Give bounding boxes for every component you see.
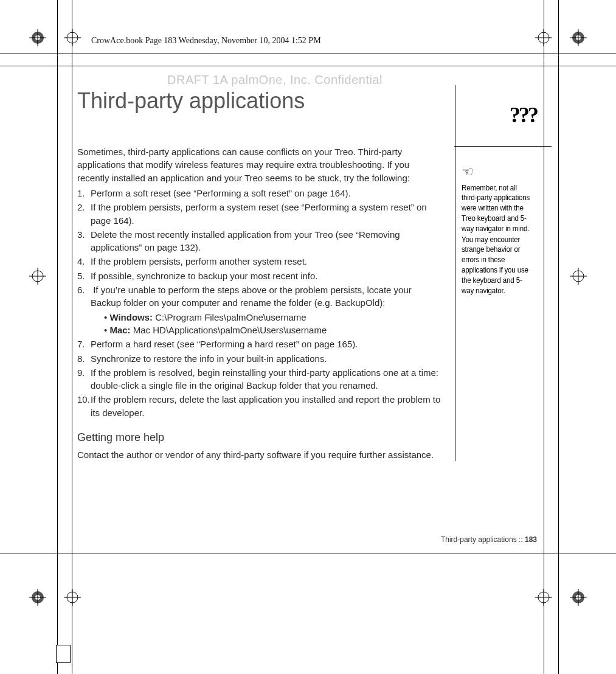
- page-footer: Third-party applications :: 183: [441, 535, 537, 544]
- side-column: ??? ☜ Remember, not all third-party appl…: [455, 85, 539, 461]
- main-column: Third-party applications Sometimes, thir…: [77, 85, 444, 461]
- corner-box: [56, 645, 71, 663]
- registration-mark-icon: [570, 589, 587, 606]
- sub-list: Windows: C:\Program Files\palmOne\userna…: [91, 311, 444, 337]
- registration-mark-icon: [29, 589, 46, 606]
- step-item: If the problem is resolved, begin reinst…: [77, 366, 444, 392]
- path-text: Mac HD\Applications\palmOne\Users\userna…: [131, 325, 327, 335]
- running-header: CrowAce.book Page 183 Wednesday, Novembe…: [91, 36, 321, 46]
- intro-text: Sometimes, third-party applications can …: [77, 145, 444, 184]
- step-item: Perform a hard reset (see “Performing a …: [77, 338, 444, 350]
- registration-mark-icon: [64, 589, 81, 606]
- steps-list: Perform a soft reset (see “Performing a …: [77, 187, 444, 419]
- step-item: If the problem recurs, delete the last a…: [77, 393, 444, 419]
- help-text: Contact the author or vendor of any thir…: [77, 448, 444, 461]
- registration-mark-icon: [570, 29, 587, 46]
- step-item: Synchronize to restore the info in your …: [77, 352, 444, 365]
- crop-line: [0, 554, 616, 554]
- registration-mark-icon: [570, 268, 587, 285]
- registration-mark-icon: [64, 29, 81, 46]
- step-item: If the problem persists, perform another…: [77, 255, 444, 268]
- registration-mark-icon: [29, 29, 46, 46]
- step-item: If you’re unable to perform the steps ab…: [77, 283, 444, 336]
- crop-line: [544, 0, 544, 674]
- registration-mark-icon: [535, 589, 552, 606]
- sub-item: Windows: C:\Program Files\palmOne\userna…: [104, 311, 444, 324]
- registration-mark-icon: [535, 29, 552, 46]
- crop-line: [57, 0, 58, 674]
- sub-item: Mac: Mac HD\Applications\palmOne\Users\u…: [104, 324, 444, 336]
- step-item: If possible, synchronize to backup your …: [77, 269, 444, 282]
- path-text: C:\Program Files\palmOne\username: [153, 312, 306, 322]
- question-marks-icon: ???: [510, 102, 537, 128]
- step-item: Delete the most recently installed appli…: [77, 228, 444, 254]
- crop-line: [72, 0, 72, 674]
- page-title: Third-party applications: [77, 85, 444, 116]
- page-body: Third-party applications Sometimes, thir…: [77, 85, 539, 461]
- step-item: If the problem persists, perform a syste…: [77, 201, 444, 227]
- footer-label: Third-party applications ::: [441, 535, 525, 544]
- step-text: If you’re unable to perform the steps ab…: [91, 285, 412, 308]
- side-note: Remember, not all third-party applicatio…: [462, 182, 533, 296]
- platform-label: Mac:: [109, 325, 130, 335]
- side-rule: [454, 146, 552, 147]
- step-item: Perform a soft reset (see “Performing a …: [77, 187, 444, 200]
- page-number: 183: [525, 535, 537, 544]
- registration-mark-icon: [29, 268, 46, 285]
- crop-line: [0, 66, 616, 66]
- crop-line: [558, 0, 559, 674]
- crop-line: [0, 54, 616, 54]
- subheading: Getting more help: [77, 430, 444, 446]
- pointing-hand-icon: ☜: [462, 164, 539, 180]
- platform-label: Windows:: [109, 312, 153, 322]
